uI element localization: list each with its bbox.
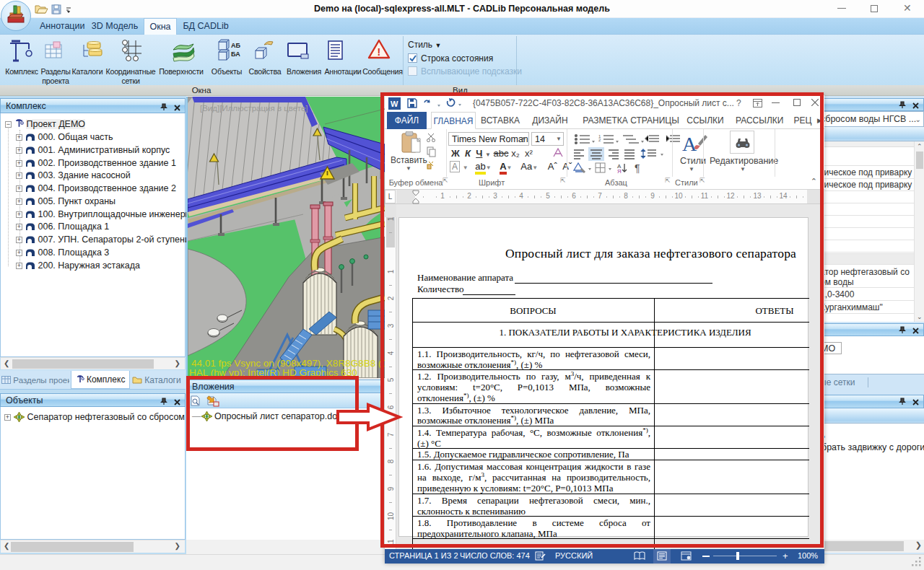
- svg-text:!: !: [378, 46, 381, 58]
- svg-text:АБ: АБ: [231, 42, 240, 49]
- svg-text:БА: БА: [231, 51, 240, 58]
